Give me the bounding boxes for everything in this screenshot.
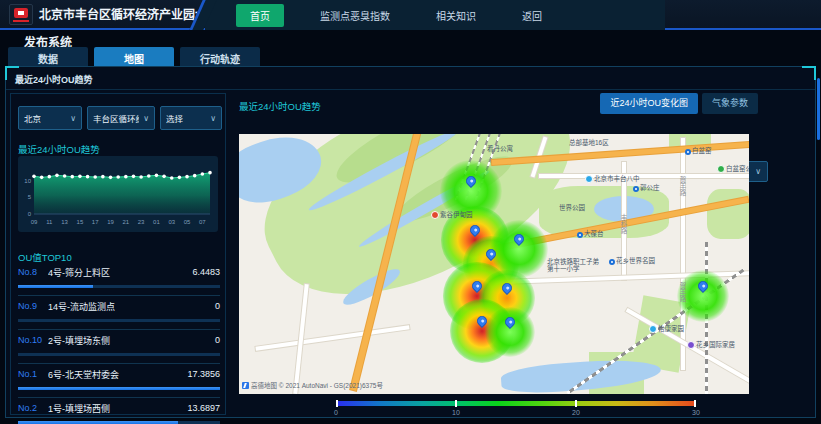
rank-badge: No.1 [18, 369, 48, 379]
svg-text:19: 19 [107, 219, 114, 225]
map-label: 花乡国际家居 [687, 341, 735, 349]
site-name: 2号-填埋场东侧 [48, 334, 215, 347]
metro-icon [609, 259, 615, 265]
map-label: 北京市丰台八中 [585, 175, 640, 183]
panel-corner-accent [5, 66, 19, 68]
ou-value: 6.4483 [192, 267, 220, 277]
map-label: 大葆台 [577, 230, 604, 238]
map-label: 贺羊路 [679, 282, 686, 302]
scrollbar-thumb[interactable] [817, 78, 820, 140]
legend-tick-label: 0 [334, 409, 338, 416]
ou-trend-chart: 0510091113151719212301030507 [18, 156, 218, 232]
map-label: 北京铁路职工子弟第十一小学 [547, 258, 599, 272]
map-mode-button-0[interactable]: 近24小时OU变化图 [600, 93, 698, 114]
top-list-row[interactable]: No.21号-填埋场西侧13.6897 [18, 401, 220, 424]
left-sidebar: 北京∨丰台区循环经济产∨选择∨ 最近24小时OU趋势 0510091113151… [10, 93, 226, 415]
nav-tab-2[interactable]: 相关知识 [426, 4, 486, 27]
rank-badge: No.9 [18, 301, 48, 311]
top-list-row[interactable]: No.914号-流动监测点0 [18, 299, 220, 330]
map-mode-button-1[interactable]: 气象参数 [702, 93, 758, 114]
ou-top-list: No.84号-筛分上料区6.4483No.914号-流动监测点0No.102号-… [18, 262, 220, 424]
ou-trend-chart-svg: 0510091113151719212301030507 [18, 156, 218, 232]
chevron-down-icon: ∨ [755, 167, 761, 176]
map-road [681, 138, 685, 370]
top-list-row[interactable]: No.102号-填埋场东侧0 [18, 333, 220, 364]
chevron-down-icon: ∨ [210, 114, 216, 123]
left-chart-title: 最近24小时OU趋势 [18, 142, 100, 156]
right-chart-title: 最近24小时OU趋势 [239, 99, 321, 113]
panel-divider [6, 89, 815, 90]
map-label: 郭公庄 [633, 184, 660, 192]
map-label: 世界公园 [559, 204, 585, 211]
map-attribution: 高德地图 © 2021 AutoNavi - GS(2021)6375号 [242, 380, 383, 390]
map-label: 白盆窑公园 [717, 165, 749, 173]
legend-tick [694, 400, 696, 407]
progress-track [18, 353, 220, 356]
amap-logo-icon [242, 382, 249, 389]
chevron-down-icon: ∨ [70, 114, 76, 123]
ou-value: 17.3856 [187, 369, 220, 379]
heat-blob [485, 307, 535, 357]
top-list-row[interactable]: No.84号-筛分上料区6.4483 [18, 265, 220, 296]
svg-text:23: 23 [138, 219, 145, 225]
metro-icon [633, 186, 639, 192]
site-name: 4号-筛分上料区 [48, 266, 192, 279]
poi-icon [649, 325, 657, 333]
legend-tick [575, 400, 577, 407]
nav-tab-3[interactable]: 返回 [512, 4, 552, 27]
svg-text:21: 21 [122, 219, 129, 225]
ou-value: 0 [215, 301, 220, 311]
school-icon [585, 175, 593, 183]
map-label: 白盆窑 [685, 147, 712, 155]
legend-tick-label: 20 [572, 409, 580, 416]
filter-value: 丰台区循环经济产 [93, 112, 139, 124]
site-name: 6号-北天堂村委会 [48, 368, 187, 381]
main-nav: 首页监测点恶臭指数相关知识返回 [236, 0, 552, 30]
mall-icon [687, 341, 695, 349]
map-label: 花乡世界名园 [609, 257, 655, 265]
app-root: 北京市丰台区循环经济产业园大气恶臭状况实时 首页监测点恶臭指数相关知识返回 发布… [0, 0, 821, 424]
map-mode-buttons: 近24小时OU变化图气象参数 [600, 93, 758, 114]
filter-select-0[interactable]: 北京∨ [18, 106, 82, 130]
metro-icon [685, 149, 691, 155]
heat-legend: 0102030 [336, 401, 696, 417]
map-canvas[interactable]: 高德地图 © 2021 AutoNavi - GS(2021)6375号 总部基… [239, 134, 749, 394]
panel-corner-accent [814, 66, 816, 80]
map-label: 紫谷伊甸园 [431, 211, 473, 219]
panel-title: 最近24小时OU趋势 [15, 73, 93, 86]
filter-select-2[interactable]: 选择∨ [160, 106, 222, 130]
ou-value: 0 [215, 335, 220, 345]
nav-tab-1[interactable]: 监测点恶臭指数 [310, 4, 400, 27]
legend-tick [336, 400, 338, 407]
main-panel: 最近24小时OU趋势 北京∨丰台区循环经济产∨选择∨ 最近24小时OU趋势 05… [5, 66, 816, 418]
map-road [539, 174, 749, 178]
svg-text:13: 13 [61, 219, 68, 225]
rank-badge: No.8 [18, 267, 48, 277]
legend-tick-label: 10 [452, 409, 460, 416]
svg-text:07: 07 [199, 219, 206, 225]
svg-text:05: 05 [184, 219, 191, 225]
map-label: 贺羊路 [679, 176, 686, 196]
nav-tab-0[interactable]: 首页 [236, 4, 284, 27]
top-list-row[interactable]: No.16号-北天堂村委会17.3856 [18, 367, 220, 398]
ou-value: 13.6897 [187, 403, 220, 413]
svg-text:03: 03 [168, 219, 175, 225]
filter-select-1[interactable]: 丰台区循环经济产∨ [87, 106, 155, 130]
rank-badge: No.10 [18, 335, 48, 345]
map-label: 总部基地16区 [569, 139, 609, 146]
map-label: 丰科路 [620, 214, 627, 234]
progress-track [18, 319, 220, 322]
map-label: 怡康家园 [649, 325, 684, 333]
map-road [255, 325, 409, 351]
scenic-icon [431, 211, 439, 219]
map-label: 看丹公寓 [487, 145, 513, 152]
filter-row: 北京∨丰台区循环经济产∨选择∨ [18, 106, 222, 130]
legend-tick [455, 400, 457, 407]
top-header: 北京市丰台区循环经济产业园大气恶臭状况实时 首页监测点恶臭指数相关知识返回 [0, 0, 821, 30]
site-name: 1号-填埋场西侧 [48, 402, 187, 415]
svg-text:01: 01 [153, 219, 160, 225]
map-park-area [707, 189, 749, 239]
svg-text:10: 10 [24, 178, 31, 184]
progress-fill [18, 285, 93, 288]
svg-text:17: 17 [92, 219, 99, 225]
